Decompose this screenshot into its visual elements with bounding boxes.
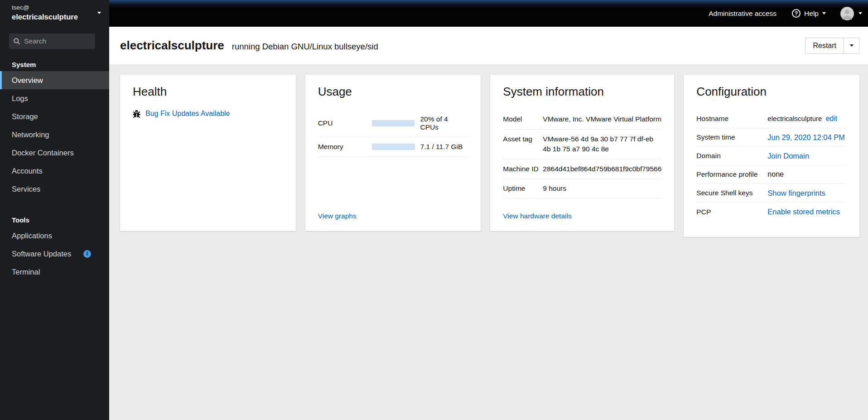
chevron-down-icon xyxy=(858,12,862,14)
system-info-label: Asset tag xyxy=(503,135,543,143)
configuration-value: electricalsculptureedit xyxy=(767,115,847,123)
help-label: Help xyxy=(804,10,819,18)
sidebar-item-label: Docker Containers xyxy=(12,149,101,157)
configuration-pcp-link[interactable]: Enable stored metrics xyxy=(767,208,840,216)
main-area: Administrative access ? Help electricals… xyxy=(109,0,868,420)
page-header: electricalsculpture running Debian GNU/L… xyxy=(109,27,868,64)
system-info-value: VMware, Inc. VMware Virtual Platform xyxy=(543,114,661,124)
search-box[interactable] xyxy=(9,34,95,49)
configuration-card: Configuration Hostnameelectricalsculptur… xyxy=(684,75,859,237)
sidebar-item-logs[interactable]: Logs xyxy=(0,89,109,107)
system-info-row-asset-tag: Asset tagVMware-56 4d 9a 30 b7 77 7f df-… xyxy=(503,130,661,159)
info-icon: i xyxy=(83,250,91,258)
system-info-value: 9 hours xyxy=(543,183,661,193)
administrative-access-button[interactable]: Administrative access xyxy=(709,10,776,18)
usage-card-title: Usage xyxy=(318,85,468,99)
usage-detail: 20% of 4 CPUs xyxy=(420,115,468,131)
sidebar-item-accounts[interactable]: Accounts xyxy=(0,162,109,180)
sidebar: tsec@ electricalsculpture SystemOverview… xyxy=(0,0,109,420)
nav-heading-system: System xyxy=(0,56,109,71)
configuration-label: Secure Shell keys xyxy=(696,189,767,197)
configuration-value: none xyxy=(767,170,847,179)
system-info-row-machine-id: Machine ID2864d41bef864d759b681f9c0bf795… xyxy=(503,159,661,179)
sidebar-item-label: Overview xyxy=(12,76,101,85)
system-info-label: Machine ID xyxy=(503,165,543,173)
chevron-down-icon xyxy=(822,12,826,14)
sidebar-item-label: Networking xyxy=(12,130,101,139)
restart-button[interactable]: Restart xyxy=(805,38,844,53)
system-information-card-footer: View hardware details xyxy=(503,212,661,220)
configuration-row-pcp: PCPEnable stored metrics xyxy=(696,203,847,221)
configuration-label: Domain xyxy=(696,152,767,160)
sidebar-item-docker-containers[interactable]: Docker Containers xyxy=(0,144,109,162)
configuration-row-secure-shell-keys: Secure Shell keysShow fingerprints xyxy=(696,184,847,203)
search-icon xyxy=(14,38,20,44)
bug-icon xyxy=(133,110,140,118)
chevron-down-icon xyxy=(97,12,101,14)
host-switcher[interactable]: tsec@ electricalsculpture xyxy=(0,0,109,27)
search-input[interactable] xyxy=(24,37,91,45)
user-menu[interactable] xyxy=(840,7,862,20)
configuration-value: Show fingerprints xyxy=(767,189,847,198)
health-card-title: Health xyxy=(133,85,283,99)
sidebar-item-label: Storage xyxy=(12,112,101,121)
system-info-row-model: ModelVMware, Inc. VMware Virtual Platfor… xyxy=(503,110,661,129)
configuration-value: Join Domain xyxy=(767,152,847,160)
page-title-hostname: electricalsculpture xyxy=(120,39,224,53)
system-information-rows: ModelVMware, Inc. VMware Virtual Platfor… xyxy=(503,110,661,198)
configuration-row-domain: DomainJoin Domain xyxy=(696,147,847,165)
configuration-row-system-time: System timeJun 29, 2020 12:04 PM xyxy=(696,128,847,147)
system-information-card: System information ModelVMware, Inc. VMw… xyxy=(490,75,674,231)
configuration-label: PCP xyxy=(696,208,767,216)
restart-split-button: Restart xyxy=(805,38,859,54)
nav-heading-tools: Tools xyxy=(0,212,109,227)
system-info-row-uptime: Uptime9 hours xyxy=(503,179,661,198)
avatar xyxy=(840,7,854,20)
sidebar-item-label: Logs xyxy=(12,94,101,103)
configuration-label: Hostname xyxy=(696,115,767,123)
help-icon: ? xyxy=(792,9,800,18)
os-description: running Debian GNU/Linux bullseye/sid xyxy=(232,40,378,52)
restart-dropdown-toggle[interactable] xyxy=(844,38,859,53)
usage-card: Usage CPU20% of 4 CPUsMemory7.1 / 11.7 G… xyxy=(305,75,481,231)
view-hardware-details-link[interactable]: View hardware details xyxy=(503,212,571,220)
sidebar-item-terminal[interactable]: Terminal xyxy=(0,263,109,281)
logged-in-user: tsec@ xyxy=(12,4,102,12)
sidebar-nav: SystemOverviewLogsStorageNetworkingDocke… xyxy=(0,53,109,420)
configuration-secure-shell-keys-link[interactable]: Show fingerprints xyxy=(767,189,825,197)
help-menu[interactable]: ? Help xyxy=(792,9,826,18)
usage-detail: 7.1 / 11.7 GiB xyxy=(420,143,463,151)
sidebar-item-networking[interactable]: Networking xyxy=(0,126,109,144)
sidebar-item-applications[interactable]: Applications xyxy=(0,227,109,245)
sidebar-item-overview[interactable]: Overview xyxy=(0,71,109,89)
view-graphs-link[interactable]: View graphs xyxy=(318,212,357,220)
configuration-edit-link[interactable]: edit xyxy=(825,115,837,122)
usage-row-memory: Memory7.1 / 11.7 GiB xyxy=(318,137,468,157)
configuration-value-text: none xyxy=(767,170,784,178)
sidebar-item-label: Software Updates xyxy=(12,250,83,258)
usage-progress-track xyxy=(372,120,415,126)
nav-section-tools: ToolsApplicationsSoftware UpdatesiTermin… xyxy=(0,212,109,281)
health-card: Health Bug Fix Updates Available xyxy=(120,75,296,231)
configuration-label: Performance profile xyxy=(696,170,767,179)
sidebar-item-services[interactable]: Services xyxy=(0,180,109,198)
app-root: tsec@ electricalsculpture SystemOverview… xyxy=(0,0,868,420)
usage-label: Memory xyxy=(318,143,372,151)
configuration-row-performance-profile: Performance profilenone xyxy=(696,165,847,184)
usage-card-footer: View graphs xyxy=(318,212,468,220)
health-item-link[interactable]: Bug Fix Updates Available xyxy=(145,110,230,118)
sidebar-item-label: Services xyxy=(12,185,101,193)
system-info-label: Model xyxy=(503,115,543,123)
configuration-domain-link[interactable]: Join Domain xyxy=(767,152,809,160)
sidebar-item-label: Applications xyxy=(12,232,101,240)
sidebar-item-label: Accounts xyxy=(12,167,101,175)
sidebar-item-software-updates[interactable]: Software Updatesi xyxy=(0,245,109,263)
health-item: Bug Fix Updates Available xyxy=(133,110,283,118)
configuration-row-hostname: Hostnameelectricalsculptureedit xyxy=(696,110,847,128)
sidebar-item-storage[interactable]: Storage xyxy=(0,107,109,126)
configuration-system-time-link[interactable]: Jun 29, 2020 12:04 PM xyxy=(767,133,845,141)
masthead: Administrative access ? Help xyxy=(109,0,868,27)
health-items: Bug Fix Updates Available xyxy=(133,110,283,118)
configuration-value: Jun 29, 2020 12:04 PM xyxy=(767,133,847,142)
configuration-value-text: electricalsculpture xyxy=(767,115,822,122)
